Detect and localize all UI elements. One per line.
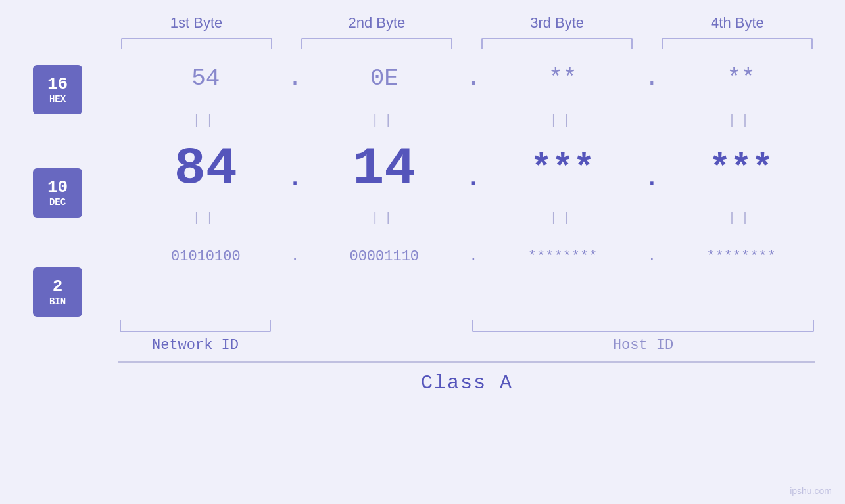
id-labels-row: Network ID Host ID xyxy=(118,337,815,354)
bin-badge-label: BIN xyxy=(49,296,66,307)
dec-col2: 14 xyxy=(308,143,460,195)
hex-col3: ** xyxy=(487,65,639,92)
page: 1st Byte 2nd Byte 3rd Byte 4th Byte 16 H… xyxy=(0,0,845,504)
bracket-4 xyxy=(662,38,813,49)
data-rows: 54 . 0E . ** . ** || || || || 84 xyxy=(115,49,845,317)
eq1-c1: || xyxy=(130,113,281,128)
hex-col1: 54 xyxy=(130,65,281,92)
byte-header-4: 4th Byte xyxy=(662,14,813,32)
dec-badge: 10 DEC xyxy=(33,168,82,218)
bottom-bracket-network xyxy=(120,320,271,332)
dec-dot3: . xyxy=(642,167,662,191)
top-brackets xyxy=(118,38,815,49)
bracket-2 xyxy=(301,38,452,49)
eq2-c1: || xyxy=(130,210,281,225)
byte-header-3: 3rd Byte xyxy=(481,14,633,32)
hex-col2: 0E xyxy=(308,65,460,92)
eq2-c4: || xyxy=(665,210,817,225)
hex-col4: ** xyxy=(665,65,817,92)
bracket-3 xyxy=(481,38,633,49)
hex-dot1: . xyxy=(285,65,305,92)
equals-row-1: || || || || xyxy=(115,108,845,133)
eq2-c2: || xyxy=(308,210,460,225)
byte-header-1: 1st Byte xyxy=(121,14,272,32)
bin-row: 01010100 . 00001110 . ******** . *******… xyxy=(115,230,845,283)
dec-dot1: . xyxy=(285,167,305,191)
host-id-label: Host ID xyxy=(472,337,814,354)
bin-col3: ******** xyxy=(487,248,639,265)
hex-badge-label: HEX xyxy=(49,94,66,104)
dec-col1: 84 xyxy=(130,143,281,195)
bin-col4: ******** xyxy=(665,248,817,265)
bin-badge-num: 2 xyxy=(53,277,63,296)
byte-header-2: 2nd Byte xyxy=(301,14,452,32)
eq1-c4: || xyxy=(665,113,817,128)
hex-badge: 16 HEX xyxy=(33,65,82,114)
watermark: ipshu.com xyxy=(790,486,832,496)
dec-badge-num: 10 xyxy=(47,178,68,197)
bin-dot3: . xyxy=(642,248,662,265)
bin-dot2: . xyxy=(464,248,483,265)
bracket-1 xyxy=(121,38,272,49)
byte-headers-row: 1st Byte 2nd Byte 3rd Byte 4th Byte xyxy=(118,0,815,32)
bin-dot1: . xyxy=(285,248,305,265)
eq1-c3: || xyxy=(487,113,639,128)
eq2-c3: || xyxy=(487,210,639,225)
hex-dot2: . xyxy=(464,65,483,92)
badges-column: 16 HEX 10 DEC 2 BIN xyxy=(0,49,115,317)
bin-col2: 00001110 xyxy=(308,248,460,265)
class-a-label: Class A xyxy=(421,372,513,394)
network-id-label: Network ID xyxy=(120,337,271,354)
bin-badge: 2 BIN xyxy=(33,267,82,317)
bottom-brackets-row xyxy=(118,320,815,332)
hex-row: 54 . 0E . ** . ** xyxy=(115,49,845,108)
dec-col3: *** xyxy=(487,151,639,187)
bin-col1: 01010100 xyxy=(130,248,281,265)
equals-row-2: || || || || xyxy=(115,205,845,230)
eq1-c2: || xyxy=(308,113,460,128)
dec-col4: *** xyxy=(665,151,817,187)
dec-dot2: . xyxy=(464,167,483,191)
hex-dot3: . xyxy=(642,65,662,92)
dec-row: 84 . 14 . *** . *** xyxy=(115,133,845,205)
class-a-section: Class A xyxy=(118,361,815,394)
dec-badge-label: DEC xyxy=(49,197,66,208)
main-area: 16 HEX 10 DEC 2 BIN 54 . xyxy=(0,49,845,317)
hex-badge-num: 16 xyxy=(47,75,68,94)
bottom-bracket-host xyxy=(472,320,814,332)
